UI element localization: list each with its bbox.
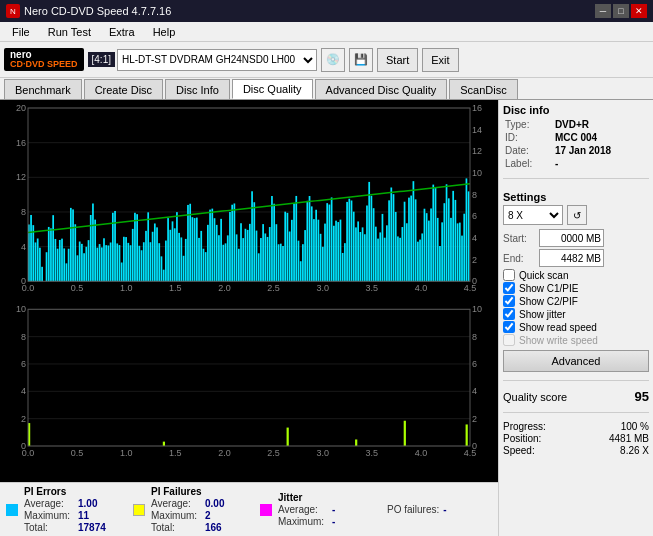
tab-advanced-disc-quality[interactable]: Advanced Disc Quality (315, 79, 448, 99)
main-content: PI Errors Average: 1.00 Maximum: 11 Tota… (0, 100, 653, 536)
disc-info-title: Disc info (503, 104, 649, 116)
jitter-avg-value: - (332, 504, 367, 515)
pi-failures-total-row: Total: 166 (151, 522, 240, 533)
minimize-button[interactable]: ─ (595, 4, 611, 18)
disc-date-label: Date: (503, 144, 553, 157)
pi-failures-stats: PI Failures Average: 0.00 Maximum: 2 Tot… (151, 486, 240, 533)
po-failures-label: PO failures: (387, 504, 439, 515)
menu-run-test[interactable]: Run Test (40, 25, 99, 39)
stats-bar: PI Errors Average: 1.00 Maximum: 11 Tota… (0, 482, 498, 536)
jitter-stats: Jitter Average: - Maximum: - (278, 492, 367, 527)
start-button[interactable]: Start (377, 48, 418, 72)
pi-errors-group: PI Errors Average: 1.00 Maximum: 11 Tota… (6, 486, 113, 533)
disc-info-type-row: Type: DVD+R (503, 118, 649, 131)
disc-icon-button[interactable]: 💿 (321, 48, 345, 72)
maximize-button[interactable]: □ (613, 4, 629, 18)
pi-failures-avg-value: 0.00 (205, 498, 240, 509)
tab-disc-info[interactable]: Disc Info (165, 79, 230, 99)
tab-create-disc[interactable]: Create Disc (84, 79, 163, 99)
disc-date-value: 17 Jan 2018 (553, 144, 649, 157)
position-label: Position: (503, 433, 541, 444)
progress-value: 100 % (621, 421, 649, 432)
pi-failures-max-value: 2 (205, 510, 240, 521)
show-jitter-row: Show jitter (503, 308, 649, 320)
disc-info-date-row: Date: 17 Jan 2018 (503, 144, 649, 157)
pi-errors-max-value: 11 (78, 510, 113, 521)
show-c2-checkbox[interactable] (503, 295, 515, 307)
main-chart (0, 100, 498, 466)
disc-info-label-row: Label: - (503, 157, 649, 170)
jitter-title: Jitter (278, 492, 367, 503)
pi-errors-max-label: Maximum: (24, 510, 74, 521)
menu-extra[interactable]: Extra (101, 25, 143, 39)
jitter-max-label: Maximum: (278, 516, 328, 527)
pi-errors-total-label: Total: (24, 522, 74, 533)
quality-score-section: Quality score 95 (503, 389, 649, 404)
end-input[interactable] (539, 249, 604, 267)
advanced-button[interactable]: Advanced (503, 350, 649, 372)
position-value: 4481 MB (609, 433, 649, 444)
pi-failures-group: PI Failures Average: 0.00 Maximum: 2 Tot… (133, 486, 240, 533)
start-mb-row: Start: (503, 229, 649, 247)
tab-disc-quality[interactable]: Disc Quality (232, 79, 313, 99)
jitter-max-value: - (332, 516, 367, 527)
exit-button[interactable]: Exit (422, 48, 458, 72)
po-failures-stats: PO failures: - (387, 504, 478, 515)
po-failures-value: - (443, 504, 478, 515)
settings-section: Settings 8 X ↺ Start: End: Quick scan (503, 191, 649, 372)
quick-scan-label: Quick scan (519, 270, 568, 281)
show-read-speed-row: Show read speed (503, 321, 649, 333)
pi-failures-legend (133, 504, 145, 516)
disc-label-value: - (553, 157, 649, 170)
jitter-avg-row: Average: - (278, 504, 367, 515)
drive-selector: [4:1] HL-DT-ST DVDRAM GH24NSD0 LH00 (88, 49, 317, 71)
disc-info-section: Disc info Type: DVD+R ID: MCC 004 Date: … (503, 104, 649, 170)
start-label: Start: (503, 233, 535, 244)
progress-section: Progress: 100 % Position: 4481 MB Speed:… (503, 421, 649, 457)
show-write-speed-label: Show write speed (519, 335, 598, 346)
speed-value: 8.26 X (620, 445, 649, 456)
pi-failures-max-row: Maximum: 2 (151, 510, 240, 521)
tab-scan-disc[interactable]: ScanDisc (449, 79, 517, 99)
show-read-speed-label: Show read speed (519, 322, 597, 333)
show-read-speed-checkbox[interactable] (503, 321, 515, 333)
disc-type-value: DVD+R (553, 118, 649, 131)
progress-label: Progress: (503, 421, 546, 432)
show-jitter-checkbox[interactable] (503, 308, 515, 320)
show-c1-checkbox[interactable] (503, 282, 515, 294)
chart-area: PI Errors Average: 1.00 Maximum: 11 Tota… (0, 100, 498, 536)
disc-info-table: Type: DVD+R ID: MCC 004 Date: 17 Jan 201… (503, 118, 649, 170)
speed-row-progress: Speed: 8.26 X (503, 445, 649, 456)
pi-failures-avg-label: Average: (151, 498, 201, 509)
pi-failures-title: PI Failures (151, 486, 240, 497)
progress-row: Progress: 100 % (503, 421, 649, 432)
cd-text: CD·DVD SPEED (10, 60, 78, 69)
show-write-speed-checkbox (503, 334, 515, 346)
jitter-max-row: Maximum: - (278, 516, 367, 527)
pi-failures-total-label: Total: (151, 522, 201, 533)
position-row: Position: 4481 MB (503, 433, 649, 444)
pi-errors-total-row: Total: 17874 (24, 522, 113, 533)
right-panel: Disc info Type: DVD+R ID: MCC 004 Date: … (498, 100, 653, 536)
tab-benchmark[interactable]: Benchmark (4, 79, 82, 99)
menu-help[interactable]: Help (145, 25, 184, 39)
pi-errors-avg-row: Average: 1.00 (24, 498, 113, 509)
menu-file[interactable]: File (4, 25, 38, 39)
pi-errors-avg-value: 1.00 (78, 498, 113, 509)
save-button[interactable]: 💾 (349, 48, 373, 72)
show-jitter-label: Show jitter (519, 309, 566, 320)
start-input[interactable] (539, 229, 604, 247)
quick-scan-checkbox[interactable] (503, 269, 515, 281)
pi-errors-stats: PI Errors Average: 1.00 Maximum: 11 Tota… (24, 486, 113, 533)
refresh-button[interactable]: ↺ (567, 205, 587, 225)
window-title: Nero CD-DVD Speed 4.7.7.16 (24, 5, 171, 17)
quality-score-value: 95 (635, 389, 649, 404)
speed-select[interactable]: 8 X (503, 205, 563, 225)
toolbar: nero CD·DVD SPEED [4:1] HL-DT-ST DVDRAM … (0, 42, 653, 78)
end-mb-row: End: (503, 249, 649, 267)
speed-label: Speed: (503, 445, 535, 456)
close-button[interactable]: ✕ (631, 4, 647, 18)
jitter-legend (260, 504, 272, 516)
tabs: Benchmark Create Disc Disc Info Disc Qua… (0, 78, 653, 100)
drive-combo[interactable]: HL-DT-ST DVDRAM GH24NSD0 LH00 (117, 49, 317, 71)
